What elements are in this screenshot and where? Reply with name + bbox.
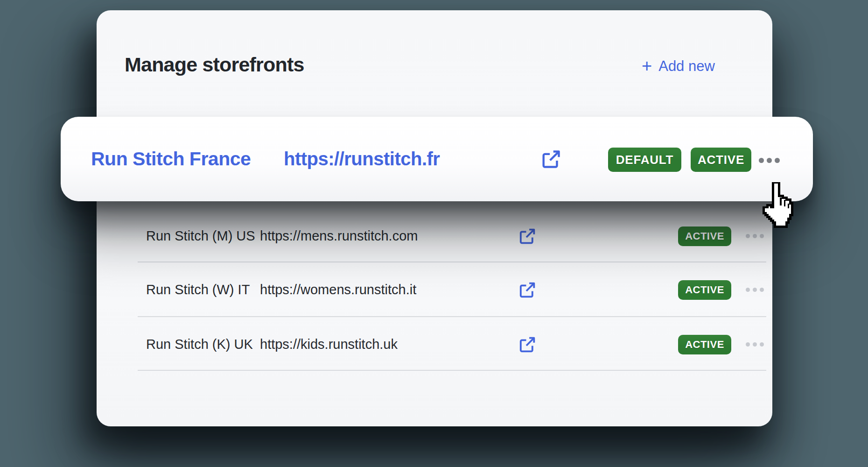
storefront-url[interactable]: https://runstitch.fr <box>284 117 440 201</box>
add-new-button[interactable]: + Add new <box>642 58 715 75</box>
storefront-row[interactable]: Run Stitch (K) UK https://kids.runstitch… <box>97 317 772 372</box>
external-link-icon[interactable] <box>518 227 537 246</box>
more-options-button[interactable] <box>746 288 764 292</box>
default-badge: DEFAULT <box>608 148 681 172</box>
status-badge: ACTIVE <box>678 335 731 354</box>
storefront-name: Run Stitch (M) US <box>146 228 255 244</box>
storefront-url[interactable]: https://womens.runstitch.it <box>260 282 416 297</box>
storefront-name: Run Stitch (K) UK <box>146 337 253 352</box>
storefront-row[interactable]: Run Stitch (M) US https://mens.runstitch… <box>97 209 772 263</box>
storefront-name: Run Stitch (W) IT <box>146 282 250 297</box>
hand-pointer-cursor <box>760 182 796 233</box>
status-badge: ACTIVE <box>678 226 731 246</box>
active-badge: ACTIVE <box>691 148 751 172</box>
storefront-url[interactable]: https://mens.runstitch.com <box>260 228 418 244</box>
highlighted-storefront-row[interactable]: Run Stitch France https://runstitch.fr D… <box>61 117 813 201</box>
storefront-name[interactable]: Run Stitch France <box>91 117 251 201</box>
page-title: Manage storefronts <box>125 53 304 76</box>
external-link-icon[interactable] <box>540 149 562 170</box>
add-new-label: Add new <box>658 58 715 75</box>
external-link-icon[interactable] <box>518 335 537 354</box>
more-options-button[interactable] <box>746 342 764 347</box>
plus-icon: + <box>642 57 652 75</box>
storefront-url[interactable]: https://kids.runstitch.uk <box>260 337 398 352</box>
storefront-row[interactable]: Run Stitch (W) IT https://womens.runstit… <box>97 262 772 317</box>
more-options-button[interactable] <box>746 234 764 238</box>
status-badge: ACTIVE <box>678 280 731 300</box>
manage-storefronts-card: Manage storefronts + Add new Run Stitch … <box>97 10 772 426</box>
more-options-button[interactable] <box>759 158 780 163</box>
external-link-icon[interactable] <box>518 281 537 299</box>
row-divider <box>138 370 766 371</box>
